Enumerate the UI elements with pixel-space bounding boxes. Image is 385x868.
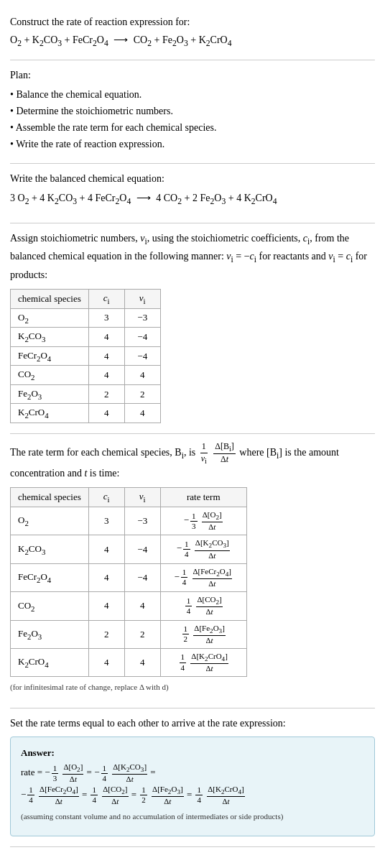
rt-vi-co2: 4 bbox=[124, 592, 160, 620]
rate-col-term: rate term bbox=[160, 488, 246, 507]
rt-ci-k2co3: 4 bbox=[88, 535, 124, 563]
species-k2cro4: K2CrO4 bbox=[11, 404, 89, 423]
ci-o2: 3 bbox=[88, 308, 124, 328]
species-fe2o3: Fe2O3 bbox=[11, 384, 89, 404]
rate-col-species: chemical species bbox=[11, 488, 89, 507]
table-row: K2CrO4 4 4 14 Δ[K2CrO4]Δt bbox=[11, 648, 247, 676]
stoich-col-species: chemical species bbox=[11, 289, 89, 308]
table-row: CO2 4 4 14 Δ[CO2]Δt bbox=[11, 592, 247, 620]
answer-box: Answer: rate = −13 Δ[O2]Δt = −14 Δ[K2CO3… bbox=[10, 737, 375, 836]
vi-k2co3: −4 bbox=[124, 328, 160, 347]
stoich-description: Assign stoichiometric numbers, νi, using… bbox=[10, 231, 375, 283]
rate-col-ci: ci bbox=[88, 488, 124, 507]
ci-k2cro4: 4 bbox=[88, 404, 124, 423]
answer-rate-expression: rate = −13 Δ[O2]Δt = −14 Δ[K2CO3]Δt = −1… bbox=[21, 762, 364, 806]
rt-term-fe2o3: 12 Δ[Fe2O3]Δt bbox=[160, 620, 246, 648]
table-row: K2CrO4 4 4 bbox=[11, 404, 161, 423]
table-row: O2 3 −3 bbox=[11, 308, 161, 328]
table-row: Fe2O3 2 2 bbox=[11, 384, 161, 404]
rt-vi-k2cro4: 4 bbox=[124, 648, 160, 676]
rate-term-section: The rate term for each chemical species,… bbox=[10, 434, 375, 708]
rt-term-o2: −13 Δ[O2]Δt bbox=[160, 507, 246, 535]
species-fecr2o4: FeCr2O4 bbox=[11, 346, 89, 366]
infinitesimal-note: (for infinitesimal rate of change, repla… bbox=[10, 681, 375, 693]
answer-label: Answer: bbox=[21, 746, 364, 760]
rt-species-o2: O2 bbox=[11, 507, 89, 535]
rate-table: chemical species ci νi rate term O2 3 −3… bbox=[10, 487, 247, 677]
vi-fecr2o4: −4 bbox=[124, 346, 160, 366]
plan-step-2: • Determine the stoichiometric numbers. bbox=[10, 103, 375, 119]
rt-term-co2: 14 Δ[CO2]Δt bbox=[160, 592, 246, 620]
ci-fecr2o4: 4 bbox=[88, 346, 124, 366]
species-k2co3: K2CO3 bbox=[11, 328, 89, 347]
table-row: CO2 4 4 bbox=[11, 366, 161, 385]
rt-ci-o2: 3 bbox=[88, 507, 124, 535]
rt-ci-co2: 4 bbox=[88, 592, 124, 620]
rt-species-k2cro4: K2CrO4 bbox=[11, 648, 89, 676]
stoich-col-vi: νi bbox=[124, 289, 160, 308]
table-row: FeCr2O4 4 −4 bbox=[11, 346, 161, 366]
rt-term-k2cro4: 14 Δ[K2CrO4]Δt bbox=[160, 648, 246, 676]
rate-term-description: The rate term for each chemical species,… bbox=[10, 441, 375, 481]
plan-section: Plan: • Balance the chemical equation. •… bbox=[10, 60, 375, 164]
plan-step-4: • Write the rate of reaction expression. bbox=[10, 137, 375, 152]
plan-header: Plan: bbox=[10, 68, 375, 83]
species-co2: CO2 bbox=[11, 366, 89, 385]
rt-ci-fe2o3: 2 bbox=[88, 620, 124, 648]
vi-co2: 4 bbox=[124, 366, 160, 385]
plan-step-1: • Balance the chemical equation. bbox=[10, 87, 375, 102]
page-title: Construct the rate of reaction expressio… bbox=[10, 14, 375, 29]
rt-species-k2co3: K2CO3 bbox=[11, 535, 89, 563]
table-row: FeCr2O4 4 −4 −14 Δ[FeCr2O4]Δt bbox=[11, 563, 247, 591]
balanced-eq-section: Write the balanced chemical equation: 3 … bbox=[10, 164, 375, 223]
rt-term-fecr2o4: −14 Δ[FeCr2O4]Δt bbox=[160, 563, 246, 591]
rt-term-k2co3: −14 Δ[K2CO3]Δt bbox=[160, 535, 246, 563]
rt-ci-fecr2o4: 4 bbox=[88, 563, 124, 591]
stoich-col-ci: ci bbox=[88, 289, 124, 308]
balanced-equation: 3 O2 + 4 K2CO3 + 4 FeCr2O4 ⟶ 4 CO2 + 2 F… bbox=[10, 190, 375, 208]
answer-section: Set the rate terms equal to each other t… bbox=[10, 708, 375, 847]
header-section: Construct the rate of reaction expressio… bbox=[10, 7, 375, 60]
rt-species-fe2o3: Fe2O3 bbox=[11, 620, 89, 648]
set-equal-text: Set the rate terms equal to each other t… bbox=[10, 716, 375, 731]
plan-step-3: • Assemble the rate term for each chemic… bbox=[10, 120, 375, 135]
balanced-eq-header: Write the balanced chemical equation: bbox=[10, 171, 375, 186]
table-row: Fe2O3 2 2 12 Δ[Fe2O3]Δt bbox=[11, 620, 247, 648]
rt-ci-k2cro4: 4 bbox=[88, 648, 124, 676]
plan-list: • Balance the chemical equation. • Deter… bbox=[10, 87, 375, 152]
vi-k2cro4: 4 bbox=[124, 404, 160, 423]
table-row: K2CO3 4 −4 bbox=[11, 328, 161, 347]
rate-col-vi: νi bbox=[124, 488, 160, 507]
rt-species-co2: CO2 bbox=[11, 592, 89, 620]
vi-fe2o3: 2 bbox=[124, 384, 160, 404]
rt-vi-o2: −3 bbox=[124, 507, 160, 535]
reaction-equation: O2 + K2CO3 + FeCr2O4 ⟶ CO2 + Fe2O3 + K2C… bbox=[10, 32, 375, 50]
rt-vi-fe2o3: 2 bbox=[124, 620, 160, 648]
rt-species-fecr2o4: FeCr2O4 bbox=[11, 563, 89, 591]
answer-note: (assuming constant volume and no accumul… bbox=[21, 811, 364, 823]
rt-vi-fecr2o4: −4 bbox=[124, 563, 160, 591]
ci-co2: 4 bbox=[88, 366, 124, 385]
table-row: O2 3 −3 −13 Δ[O2]Δt bbox=[11, 507, 247, 535]
ci-fe2o3: 2 bbox=[88, 384, 124, 404]
stoich-section: Assign stoichiometric numbers, νi, using… bbox=[10, 223, 375, 434]
species-o2: O2 bbox=[11, 308, 89, 328]
rt-vi-k2co3: −4 bbox=[124, 535, 160, 563]
ci-k2co3: 4 bbox=[88, 328, 124, 347]
vi-o2: −3 bbox=[124, 308, 160, 328]
stoich-table: chemical species ci νi O2 3 −3 K2CO3 4 −… bbox=[10, 289, 161, 423]
table-row: K2CO3 4 −4 −14 Δ[K2CO3]Δt bbox=[11, 535, 247, 563]
